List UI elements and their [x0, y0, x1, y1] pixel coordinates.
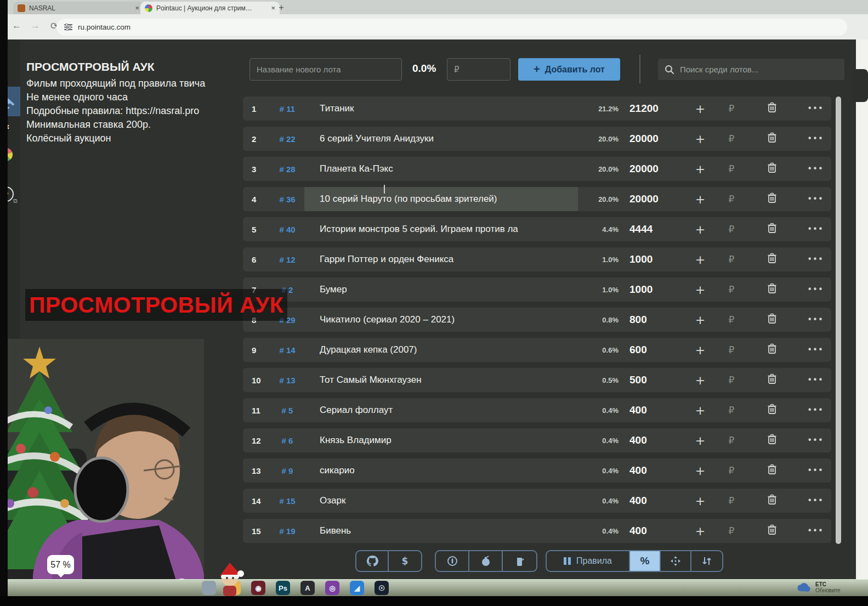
lot-title-input[interactable]: Бумер [304, 277, 578, 302]
sort-mode-button[interactable] [691, 551, 722, 571]
lot-value-input[interactable]: 600 [619, 344, 682, 356]
delete-lot-button[interactable] [745, 223, 799, 236]
more-options-button[interactable]: ••• [799, 134, 831, 144]
currency-toggle-button[interactable]: ₽ [718, 103, 745, 114]
add-bid-button[interactable]: + [682, 494, 718, 508]
lot-value-input[interactable]: 400 [619, 465, 682, 477]
currency-toggle-button[interactable]: ₽ [718, 465, 745, 476]
delete-lot-button[interactable] [745, 253, 799, 266]
add-bid-button[interactable]: + [682, 253, 718, 267]
lot-value-input[interactable]: 4444 [619, 223, 682, 235]
currency-toggle-button[interactable]: ₽ [718, 194, 745, 205]
lot-title-input[interactable]: Сериал фоллаут [304, 398, 578, 422]
delete-lot-button[interactable] [745, 192, 799, 206]
add-bid-button[interactable]: + [682, 192, 718, 206]
add-bid-button[interactable]: + [682, 132, 718, 146]
more-options-button[interactable]: ••• [799, 345, 831, 355]
currency-toggle-button[interactable]: ₽ [718, 314, 745, 325]
more-options-button[interactable]: ••• [799, 526, 831, 536]
browser-tab-nasral[interactable]: NASRAL × [13, 2, 144, 14]
scrollbar[interactable] [836, 97, 841, 544]
add-bid-button[interactable]: + [682, 283, 718, 297]
lot-title-input[interactable]: Озарк [304, 489, 578, 513]
more-options-button[interactable]: ••• [799, 375, 831, 385]
lot-title-input[interactable]: Чикатило (сериал 2020 – 2021) [304, 308, 578, 332]
more-options-button[interactable]: ••• [799, 466, 831, 475]
lot-title-input[interactable]: 6 серий Учителя Анидзуки [304, 127, 578, 151]
delete-lot-button[interactable] [745, 162, 799, 175]
more-options-button[interactable]: ••• [799, 104, 831, 114]
currency-toggle-button[interactable]: ₽ [718, 525, 745, 536]
currency-toggle-button[interactable]: ₽ [718, 344, 745, 355]
lot-title-input[interactable]: Дурацкая кепка (2007) [304, 338, 578, 362]
currency-toggle-button[interactable]: ₽ [718, 405, 745, 416]
new-tab-button[interactable]: + [279, 2, 284, 13]
add-bid-button[interactable]: + [682, 223, 718, 236]
more-options-button[interactable]: ••• [799, 285, 831, 294]
more-options-button[interactable]: ••• [799, 496, 831, 506]
more-options-button[interactable]: ••• [799, 164, 831, 174]
add-bid-button[interactable]: + [682, 162, 718, 176]
percent-mode-button[interactable]: % [630, 551, 661, 571]
add-bid-button[interactable]: + [682, 524, 718, 538]
tab-close-icon[interactable]: × [271, 4, 275, 12]
currency-toggle-button[interactable]: ₽ [718, 435, 745, 446]
add-bid-button[interactable]: + [682, 102, 718, 116]
add-bid-button[interactable]: + [682, 464, 718, 478]
rules-button[interactable]: Правила [547, 551, 630, 571]
vscode-icon[interactable]: ◢ [350, 581, 364, 595]
add-bid-button[interactable]: + [682, 343, 718, 357]
lot-value-input[interactable]: 20000 [619, 133, 682, 145]
lot-value-input[interactable]: 400 [619, 434, 682, 446]
currency-toggle-button[interactable]: ₽ [718, 224, 745, 235]
steam-icon[interactable]: ☉ [375, 581, 389, 595]
delete-lot-button[interactable] [745, 434, 799, 447]
lot-title-input[interactable]: 10 серий Наруто (по просьбам зрителей) [304, 187, 578, 211]
address-bar[interactable]: ru.pointauc.com [56, 19, 847, 36]
bucket-button[interactable] [503, 551, 536, 571]
bomb-button[interactable] [469, 551, 503, 571]
currency-toggle-button[interactable]: ₽ [718, 375, 745, 386]
lot-title-input[interactable]: Планета Ка-Пэкс [304, 157, 578, 181]
lot-value-input[interactable]: 1000 [619, 284, 682, 296]
search-lots-input[interactable]: Поиск среди лотов... [658, 59, 844, 80]
more-options-button[interactable]: ••• [799, 435, 831, 445]
more-options-button[interactable]: ••• [799, 224, 831, 234]
lot-value-input[interactable]: 400 [619, 525, 682, 537]
delete-lot-button[interactable] [745, 404, 799, 417]
currency-toggle-button[interactable]: ₽ [718, 133, 745, 144]
lot-value-input[interactable]: 500 [619, 374, 682, 386]
delete-lot-button[interactable] [745, 343, 799, 356]
donate-button[interactable]: $ [389, 551, 421, 571]
github-button[interactable] [356, 551, 389, 571]
lot-value-input[interactable]: 20000 [619, 193, 682, 205]
add-bid-button[interactable]: + [682, 404, 718, 417]
forward-icon[interactable]: → [31, 20, 40, 31]
obs-icon[interactable]: ◉ [251, 581, 265, 595]
marble-button[interactable] [436, 551, 469, 571]
lot-title-input[interactable]: сикарио [304, 458, 578, 483]
lot-title-input[interactable]: Тот Самый Мюнхгаузен [304, 368, 578, 392]
more-options-button[interactable]: ••• [799, 405, 831, 415]
move-mode-button[interactable] [661, 551, 691, 571]
more-options-button[interactable]: ••• [799, 254, 831, 264]
lot-value-input[interactable]: 1000 [619, 253, 682, 265]
delete-lot-button[interactable] [745, 102, 799, 115]
delete-lot-button[interactable] [745, 494, 799, 507]
purple-app-icon[interactable]: ◎ [325, 581, 339, 595]
lot-value-input[interactable]: 20000 [619, 163, 682, 175]
browser-tab-pointauc[interactable]: Pointauc | Аукцион для стрим… × [140, 2, 280, 14]
new-lot-name-input[interactable]: Название нового лота [249, 58, 402, 81]
lot-value-input[interactable]: 400 [619, 404, 682, 416]
site-settings-icon[interactable] [64, 24, 72, 31]
new-lot-amount-input[interactable]: ₽ [447, 58, 510, 81]
tab-close-icon[interactable]: × [135, 4, 139, 12]
delete-lot-button[interactable] [745, 132, 799, 145]
currency-toggle-button[interactable]: ₽ [718, 495, 745, 506]
lot-value-input[interactable]: 800 [619, 314, 682, 326]
add-bid-button[interactable]: + [682, 373, 718, 387]
lot-title-input[interactable]: Титаник [304, 97, 578, 121]
back-icon[interactable]: ← [12, 20, 21, 31]
lot-value-input[interactable]: 21200 [619, 103, 682, 115]
delete-lot-button[interactable] [745, 524, 799, 537]
